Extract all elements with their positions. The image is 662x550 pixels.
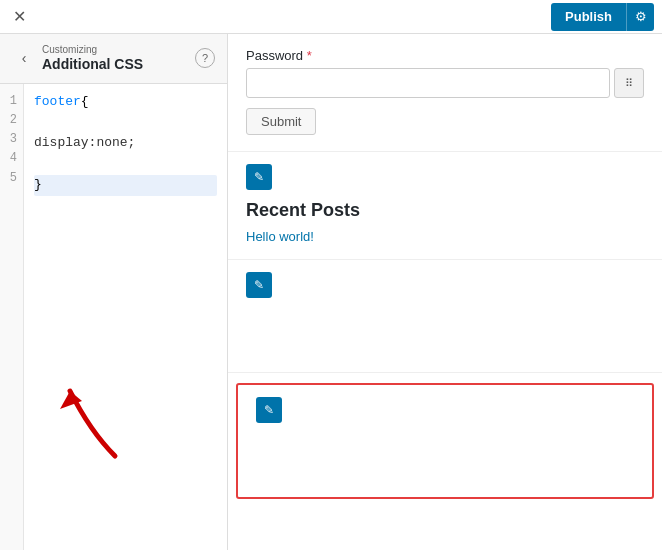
sidebar-title-group: Customizing Additional CSS [42, 44, 189, 73]
password-label: Password * [246, 48, 644, 63]
required-star: * [307, 48, 312, 63]
css-code-editor[interactable]: 1 2 3 4 5 footer{ display:none; [0, 84, 227, 550]
publish-gear-button[interactable]: ⚙ [626, 3, 654, 31]
dots-icon: ⠿ [625, 77, 633, 90]
edit-widget-1-button[interactable]: ✎ [246, 164, 272, 190]
edit-widget-2-button[interactable]: ✎ [246, 272, 272, 298]
hello-world-link[interactable]: Hello world! [246, 229, 314, 244]
empty-widget-3 [256, 433, 634, 483]
customizing-label: Customizing [42, 44, 189, 56]
edit-icon-1: ✎ [254, 170, 264, 184]
section-title: Additional CSS [42, 56, 189, 73]
edit-icon-2: ✎ [254, 278, 264, 292]
code-content[interactable]: footer{ display:none; } [24, 84, 227, 550]
empty-widget-2 [246, 308, 644, 358]
widget-section-1: ✎ Recent Posts Hello world! [228, 152, 662, 260]
password-input[interactable] [246, 68, 610, 98]
preview-pane: Password * ⠿ Submit ✎ Recent Posts Hello… [228, 34, 662, 550]
code-line-4 [34, 154, 217, 175]
help-button[interactable]: ? [195, 48, 215, 68]
password-input-row: ⠿ [246, 68, 644, 98]
code-line-3: display:none; [34, 133, 217, 154]
edit-icon-3: ✎ [264, 403, 274, 417]
edit-widget-3-button[interactable]: ✎ [256, 397, 282, 423]
password-dots-button[interactable]: ⠿ [614, 68, 644, 98]
back-button[interactable]: ‹ [12, 46, 36, 70]
publish-group: Publish ⚙ [551, 3, 654, 31]
password-section: Password * ⠿ Submit [228, 34, 662, 152]
publish-button[interactable]: Publish [551, 3, 626, 31]
sidebar-header: ‹ Customizing Additional CSS ? [0, 34, 227, 84]
code-line-2 [34, 113, 217, 134]
sidebar: ‹ Customizing Additional CSS ? 1 2 3 4 5 [0, 34, 228, 550]
main-layout: ‹ Customizing Additional CSS ? 1 2 3 4 5 [0, 34, 662, 550]
widget-section-2: ✎ [228, 260, 662, 373]
close-button[interactable]: ✕ [8, 6, 30, 28]
submit-button[interactable]: Submit [246, 108, 316, 135]
line-numbers: 1 2 3 4 5 [0, 84, 24, 550]
code-line-1: footer{ [34, 92, 217, 113]
code-line-5: } [34, 175, 217, 196]
gear-icon: ⚙ [635, 9, 647, 24]
top-bar: ✕ Publish ⚙ [0, 0, 662, 34]
widget-section-3-highlighted: ✎ [236, 383, 654, 499]
recent-posts-title: Recent Posts [246, 200, 644, 221]
